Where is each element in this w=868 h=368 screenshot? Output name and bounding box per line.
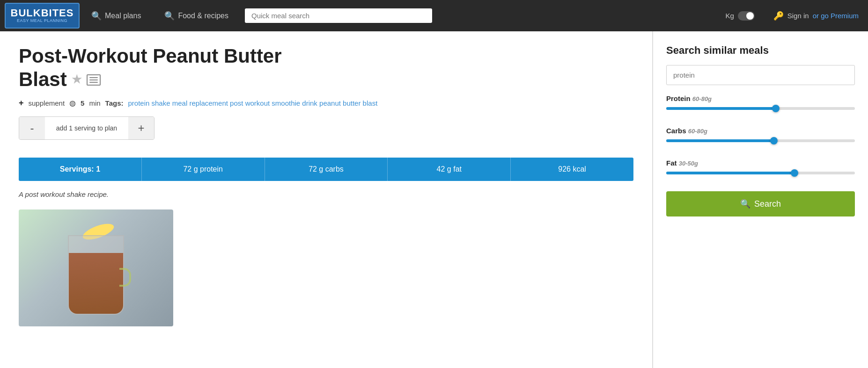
fat-slider-fill	[666, 172, 794, 174]
tags-label: Tags:	[105, 99, 124, 107]
search-btn-icon: 🔍	[740, 199, 750, 209]
search-similar-button[interactable]: 🔍 Search	[666, 191, 855, 216]
similar-meals-title: Search similar meals	[666, 44, 855, 57]
carbs-filter: Carbs 60-80g	[666, 127, 855, 151]
meal-description: A post workout shake recipe.	[19, 190, 633, 198]
carbs-slider-fill	[666, 139, 774, 142]
logo[interactable]: BULKBITES EASY MEAL PLANNING	[5, 3, 80, 29]
carbs-slider-thumb[interactable]	[770, 137, 778, 144]
nutrition-fat: 42 g fat	[388, 158, 511, 181]
serving-unit: serving	[74, 124, 96, 132]
unit-label: Kg	[725, 12, 734, 20]
serving-to: to plan	[97, 124, 117, 132]
serving-plus-button[interactable]: +	[128, 117, 154, 139]
fat-filter: Fat 30-50g	[666, 159, 855, 183]
smoothie-liquid	[69, 253, 123, 314]
fat-filter-label: Fat 30-50g	[666, 159, 855, 167]
glass-body	[68, 235, 124, 315]
header: BULKBITES EASY MEAL PLANNING 🔍 Meal plan…	[0, 0, 868, 31]
tags-links[interactable]: protein shake meal replacement post work…	[128, 99, 378, 107]
search-icon: 🔍	[91, 11, 102, 21]
logo-title: BULKBITES	[11, 8, 74, 18]
quick-search-input[interactable]	[245, 8, 432, 23]
nav-food-recipes[interactable]: 🔍 Food & recipes	[153, 0, 240, 31]
nutrition-carbs: 72 g carbs	[265, 158, 388, 181]
fat-slider-track	[666, 172, 855, 174]
nav-meal-plans[interactable]: 🔍 Meal plans	[80, 0, 153, 31]
carbs-filter-label: Carbs 60-80g	[666, 127, 855, 135]
favorite-icon[interactable]: ★	[72, 73, 82, 87]
nav-meal-plans-label: Meal plans	[105, 12, 141, 20]
nutrition-kcal: 926 kcal	[511, 158, 633, 181]
auth-area: 🔑 Sign in or go Premium	[773, 11, 859, 21]
unit-toggle: Kg	[711, 11, 754, 21]
meal-meta: + supplement ◍ 5 min Tags: protein shake…	[19, 98, 633, 108]
nutrition-servings: Servings: 1	[19, 158, 142, 181]
sidebar-right: Search similar meals Protein 60-80g Carb…	[653, 31, 868, 368]
key-icon: 🔑	[773, 11, 784, 21]
serving-add-label: add	[56, 124, 67, 132]
time-value: 5	[81, 99, 84, 107]
glass-handle	[119, 268, 131, 287]
serving-control: - add 1 serving to plan +	[19, 116, 154, 140]
protein-filter-label: Protein 60-80g	[666, 94, 855, 102]
unit-toggle-switch[interactable]	[738, 11, 755, 21]
supplement-label: supplement	[29, 99, 65, 107]
content-left: Post-Workout Peanut Butter Blast ★ + sup…	[0, 31, 652, 368]
supplement-plus-icon: +	[19, 98, 24, 108]
protein-slider-thumb[interactable]	[772, 105, 780, 112]
notes-icon[interactable]	[87, 74, 101, 86]
smoothie-illustration	[59, 221, 133, 315]
nutrition-bar: Servings: 1 72 g protein 72 g carbs 42 g…	[19, 158, 633, 181]
search-icon-2: 🔍	[164, 11, 175, 21]
nutrition-protein: 72 g protein	[142, 158, 265, 181]
premium-link[interactable]: or go Premium	[813, 12, 859, 20]
main-area: Post-Workout Peanut Butter Blast ★ + sup…	[0, 31, 868, 368]
serving-middle: add 1 serving to plan	[45, 124, 128, 132]
serving-minus-button[interactable]: -	[19, 117, 45, 139]
nav-food-recipes-label: Food & recipes	[178, 12, 228, 20]
meal-title: Post-Workout Peanut Butter Blast ★	[19, 44, 633, 92]
protein-filter: Protein 60-80g	[666, 94, 855, 118]
sign-in-label[interactable]: Sign in	[787, 12, 809, 20]
protein-slider-fill	[666, 107, 776, 110]
carbs-slider-track	[666, 139, 855, 142]
time-unit: min	[89, 99, 100, 107]
logo-sub: EASY MEAL PLANNING	[17, 18, 67, 23]
search-btn-label: Search	[754, 199, 781, 209]
protein-slider-track	[666, 107, 855, 110]
similar-search-input[interactable]	[666, 65, 855, 85]
clock-icon: ◍	[69, 99, 76, 108]
meal-image	[19, 209, 173, 326]
serving-count: 1	[69, 124, 73, 132]
fat-slider-thumb[interactable]	[791, 169, 798, 177]
